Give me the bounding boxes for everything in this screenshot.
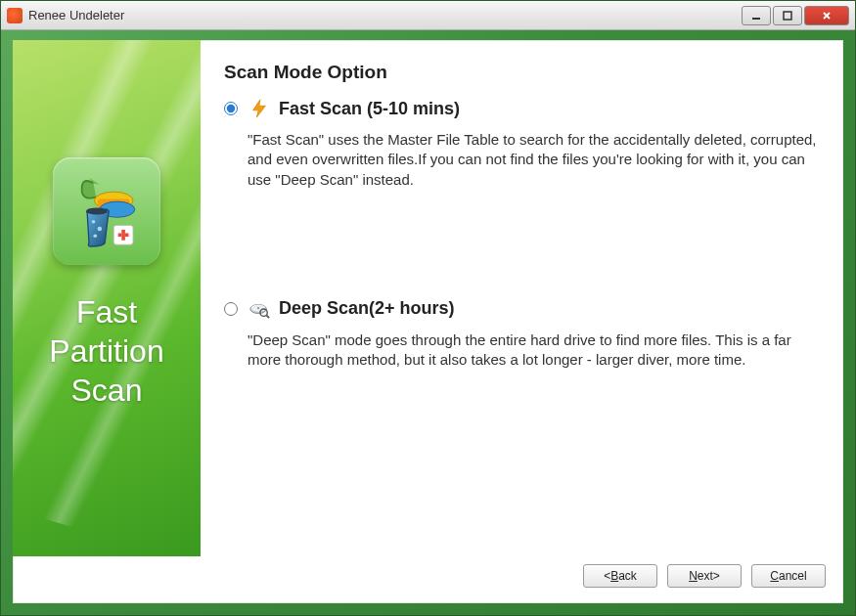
svg-rect-10 <box>118 234 122 238</box>
radio-fast-scan[interactable] <box>224 102 238 115</box>
svg-point-15 <box>257 307 259 309</box>
svg-line-17 <box>266 315 269 318</box>
option-fast-scan: Fast Scan (5-10 mins) "Fast Scan" uses t… <box>224 97 820 190</box>
window-controls <box>742 6 849 25</box>
svg-rect-11 <box>121 230 125 241</box>
page-heading: Scan Mode Option <box>224 62 820 83</box>
svg-point-7 <box>98 227 103 232</box>
back-button[interactable]: <Back <box>583 564 657 588</box>
option-header: Fast Scan (5-10 mins) <box>248 97 820 120</box>
sidebar: Fast Partition Scan <box>13 40 201 556</box>
close-icon <box>822 11 832 21</box>
radio-deep-scan[interactable] <box>224 302 238 316</box>
harddrive-search-icon <box>248 297 271 321</box>
sidebar-title: Fast Partition Scan <box>49 292 163 410</box>
svg-rect-12 <box>125 234 129 238</box>
app-window: Renee Undeleter <box>0 0 856 616</box>
content-row: Fast Partition Scan Scan Mode Option <box>13 40 843 556</box>
svg-point-5 <box>86 207 108 214</box>
maximize-icon <box>783 11 792 21</box>
sidebar-title-line2: Partition <box>49 333 163 369</box>
option-title-fast: Fast Scan (5-10 mins) <box>279 99 460 119</box>
option-title-deep: Deep Scan(2+ hours) <box>279 298 455 319</box>
button-row: <Back Next> Cancel <box>13 556 843 603</box>
svg-point-8 <box>94 234 98 238</box>
lightning-icon <box>248 97 271 120</box>
recovery-icon <box>63 167 151 255</box>
minimize-icon <box>751 11 761 21</box>
option-body: Fast Scan (5-10 mins) "Fast Scan" uses t… <box>248 97 820 190</box>
option-body: Deep Scan(2+ hours) "Deep Scan" mode goe… <box>248 297 820 371</box>
minimize-button[interactable] <box>742 6 771 25</box>
maximize-button[interactable] <box>773 6 802 25</box>
option-desc-fast: "Fast Scan" uses the Master File Table t… <box>248 130 820 190</box>
svg-rect-0 <box>752 18 760 20</box>
sidebar-title-line1: Fast <box>76 294 137 330</box>
app-icon <box>7 8 23 23</box>
outer-frame: Fast Partition Scan Scan Mode Option <box>1 30 855 615</box>
main-content: Scan Mode Option Fast Scan (5-10 mins) "… <box>201 40 843 556</box>
inner-panel: Fast Partition Scan Scan Mode Option <box>13 40 843 603</box>
option-desc-deep: "Deep Scan" mode goes through the entire… <box>248 330 820 371</box>
cancel-button[interactable]: Cancel <box>751 564 826 588</box>
sidebar-app-icon <box>53 157 160 265</box>
svg-rect-1 <box>784 12 791 20</box>
close-button[interactable] <box>804 6 849 25</box>
sidebar-title-line3: Scan <box>71 373 143 408</box>
option-header: Deep Scan(2+ hours) <box>248 297 820 321</box>
window-title: Renee Undeleter <box>28 8 742 22</box>
option-deep-scan: Deep Scan(2+ hours) "Deep Scan" mode goe… <box>224 297 820 371</box>
titlebar[interactable]: Renee Undeleter <box>1 1 855 30</box>
svg-point-6 <box>92 220 96 224</box>
next-button[interactable]: Next> <box>667 564 742 588</box>
